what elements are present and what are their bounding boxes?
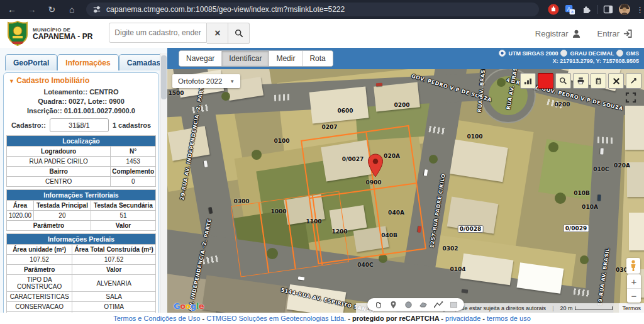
scrollbar-thumb[interactable] xyxy=(161,55,167,99)
localizacao-table: Localização LogradouroN° RUA PADRE CIRIL… xyxy=(6,135,156,187)
layer-selector-value: Ortofoto 2022 xyxy=(178,77,222,85)
zoom-search-button[interactable] xyxy=(555,73,571,89)
svg-text:a: a xyxy=(571,9,574,14)
map-lot-label: 0100 xyxy=(274,138,289,144)
cadastro-select[interactable]: 3158/1 ▼ xyxy=(50,118,109,132)
extensions-puzzle-icon[interactable] xyxy=(581,4,591,14)
grau-decimal-label: GRAU DECIMAL xyxy=(570,50,614,57)
footer-link-termos-uso[interactable]: termos de uso xyxy=(487,315,531,322)
home-icon[interactable]: ⌂ xyxy=(64,3,80,16)
browser-menu-icon[interactable]: ⋮ xyxy=(636,5,644,14)
cadastro-count: 1 cadastros xyxy=(113,121,151,129)
radio-grau-decimal[interactable] xyxy=(560,50,567,57)
zoom-control: + − xyxy=(627,274,641,303)
map-lot-label: 0300 xyxy=(233,198,249,204)
tab-geoportal[interactable]: GeoPortal xyxy=(5,54,57,70)
map-lot-label: 1200 xyxy=(331,228,347,235)
polyline-tool[interactable] xyxy=(431,299,445,310)
map-lot-label: 020A xyxy=(384,153,400,159)
footer-link-termos[interactable]: Termos e Condições de Uso xyxy=(113,315,200,322)
login-icon xyxy=(623,29,633,38)
polygon-tool[interactable] xyxy=(416,299,430,310)
login-label: Entrar xyxy=(597,29,619,38)
clear-search-button[interactable]: × xyxy=(207,23,228,44)
car xyxy=(600,148,604,154)
tree xyxy=(555,193,566,204)
marker-tool[interactable] xyxy=(386,299,400,310)
crosswalk xyxy=(597,137,614,143)
cadastro-panel: ▼ Cadastro Imobiliário Loteamento:: CENT… xyxy=(3,72,159,324)
street-view-pegman[interactable] xyxy=(626,258,640,274)
side-panel-icon[interactable] xyxy=(603,4,613,14)
person-icon xyxy=(572,29,581,38)
circle-tool[interactable] xyxy=(401,299,415,310)
car xyxy=(376,83,382,87)
adblock-hand-icon[interactable] xyxy=(548,4,559,15)
url-bar[interactable]: capanema.ctmgeo.com.br:10085/geo-view/in… xyxy=(86,3,539,16)
search-button[interactable] xyxy=(228,23,250,44)
extension-area: Aa ⋮ xyxy=(548,4,644,15)
scale-text: 20 m xyxy=(560,305,572,311)
translate-icon[interactable]: Aa xyxy=(565,4,575,15)
tree xyxy=(548,142,558,152)
map-lot-label: 0104 xyxy=(450,266,465,272)
footer-link-ctmgeo[interactable]: CTMGEO Soluções em Geotecnologias Ltda. xyxy=(206,315,346,322)
pan-hand-tool[interactable] xyxy=(371,299,385,310)
back-icon[interactable]: ← xyxy=(4,3,20,16)
radio-utm-sirgas[interactable] xyxy=(499,50,506,57)
map-lot-label: 010B xyxy=(574,190,590,196)
draw-arrow-button[interactable] xyxy=(626,73,641,89)
terms-link[interactable]: Termos xyxy=(619,303,644,313)
sidebar-scrollbar[interactable]: ▼ xyxy=(160,53,167,324)
clear-map-button[interactable] xyxy=(608,73,624,89)
login-link[interactable]: Entrar xyxy=(597,29,633,38)
fullscreen-button[interactable] xyxy=(625,92,636,106)
browser-toolbar: ← → ↻ ⌂ capanema.ctmgeo.com.br:10085/geo… xyxy=(0,0,644,19)
delete-selection-button[interactable] xyxy=(591,73,606,89)
map-lot-label: 0100 xyxy=(467,133,482,140)
profile-avatar[interactable] xyxy=(619,4,630,15)
crosswalk xyxy=(274,94,291,101)
chevron-down-icon: ▼ xyxy=(76,124,82,127)
zoom-in-button[interactable]: + xyxy=(627,274,641,289)
radio-gms[interactable] xyxy=(616,50,623,57)
tab-informacoes[interactable]: Informações xyxy=(57,54,118,70)
map-building xyxy=(309,86,369,123)
page: ← → ↻ ⌂ capanema.ctmgeo.com.br:10085/geo… xyxy=(0,0,644,324)
sidebar: GeoPortal Informações Camadas ▼ Cadastro… xyxy=(0,48,167,313)
mode-identificar[interactable]: Identificar xyxy=(222,51,269,66)
sidebar-tabs: GeoPortal Informações Camadas xyxy=(0,48,167,70)
register-link[interactable]: Registrar xyxy=(535,29,581,38)
legend-bars-button[interactable] xyxy=(520,73,536,89)
selection-color-button[interactable] xyxy=(538,73,553,89)
tree xyxy=(497,78,506,87)
forward-icon[interactable]: → xyxy=(24,3,40,16)
print-map-button[interactable] xyxy=(573,73,589,89)
footer-link-privacidade[interactable]: privacidade xyxy=(445,315,480,322)
capanema-coat-of-arms-logo xyxy=(6,21,29,46)
mode-rota[interactable]: Rota xyxy=(303,51,332,66)
cadastro-section-header[interactable]: ▼ Cadastro Imobiliário xyxy=(6,75,156,86)
map-lot-label: 010A xyxy=(582,204,598,210)
search-icon xyxy=(235,29,243,38)
mode-navegar[interactable]: Navegar xyxy=(179,51,222,66)
register-label: Registrar xyxy=(535,29,569,38)
map-lot-label: 0/0027 xyxy=(342,156,364,162)
map-canvas[interactable]: Ortofoto 2022 ▼ + − xyxy=(167,69,644,313)
layer-selector-dropdown[interactable]: Ortofoto 2022 ▼ xyxy=(172,74,240,88)
rectangle-tool[interactable] xyxy=(447,299,460,310)
map-lot-label: 0900 xyxy=(365,179,381,186)
selected-lot-marker-pin xyxy=(367,154,384,177)
reload-icon[interactable]: ↻ xyxy=(44,3,60,16)
footer-text-recaptcha: - protegido por reCAPTCHA - xyxy=(346,315,445,322)
zoom-out-button[interactable]: − xyxy=(627,289,641,303)
footer-text: - xyxy=(480,315,487,322)
utm-label: UTM SIRGAS 2000 xyxy=(508,50,558,57)
mouse-coordinates: X: 217913.2799, Y: 7157608.9505 xyxy=(499,58,639,64)
app-header: MUNICÍPIO DE CAPANEMA - PR × Registrar E… xyxy=(0,19,644,48)
quadra-lote-line: Quadra:: 0027, Lote:: 0900 xyxy=(6,97,156,106)
tree xyxy=(221,92,230,101)
mode-medir[interactable]: Medir xyxy=(269,51,303,66)
search-input[interactable] xyxy=(109,23,207,43)
municipality-brand: MUNICÍPIO DE CAPANEMA - PR xyxy=(6,21,92,46)
